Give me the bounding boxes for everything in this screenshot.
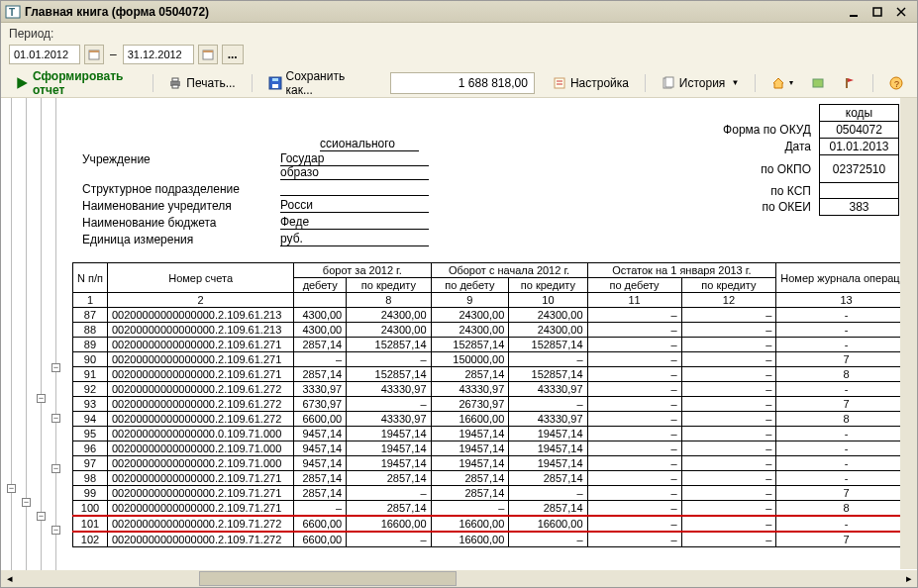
period-label: Период: xyxy=(9,27,53,41)
date-dash: – xyxy=(110,48,117,61)
unit-label: Единица измерения xyxy=(82,233,280,246)
table-row[interactable]: 8900200000000000000.2.109.61.2712857,141… xyxy=(73,338,917,352)
table-row[interactable]: 10200200000000000000.2.109.71.2726600,00… xyxy=(73,532,917,547)
minimize-button[interactable] xyxy=(846,3,866,21)
svg-rect-3 xyxy=(873,8,881,16)
table-row[interactable]: 9400200000000000000.2.109.61.2726600,004… xyxy=(73,412,917,427)
close-button[interactable] xyxy=(893,3,913,21)
svg-rect-7 xyxy=(89,50,99,52)
svg-text:T: T xyxy=(9,7,15,18)
amount-display[interactable]: 1 688 818,00 xyxy=(390,72,535,94)
title-bar: T Главная книга (форма 0504072) xyxy=(1,1,917,23)
table-row[interactable]: 10000200000000000000.2.109.71.271–2857,1… xyxy=(73,501,917,517)
outline-gutter: − − − − − − − − xyxy=(1,98,72,586)
svg-rect-9 xyxy=(203,50,213,52)
svg-rect-15 xyxy=(272,84,278,88)
institution-label: Учреждение xyxy=(82,152,280,166)
svg-marker-10 xyxy=(17,77,27,89)
subdiv-label: Структурное подразделение xyxy=(82,182,280,196)
window-title: Главная книга (форма 0504072) xyxy=(25,5,209,19)
table-row[interactable]: 8700200000000000000.2.109.61.2134300,002… xyxy=(73,308,917,323)
svg-marker-22 xyxy=(773,78,783,88)
budget-label: Наименование бюджета xyxy=(82,216,280,230)
form-report-button[interactable]: Сформировать отчет xyxy=(9,72,143,94)
settings-icon xyxy=(553,76,566,90)
period-more-button[interactable]: ... xyxy=(222,45,244,64)
calendar-to-button[interactable] xyxy=(198,45,218,64)
svg-text:?: ? xyxy=(894,79,899,89)
maximize-button[interactable] xyxy=(869,3,889,21)
help-icon: ? xyxy=(889,76,903,90)
outline-toggle[interactable]: − xyxy=(22,498,31,507)
founder-label: Наименование учредителя xyxy=(82,199,280,213)
svg-marker-25 xyxy=(848,78,854,82)
table-row[interactable]: 9000200000000000000.2.109.61.271––150000… xyxy=(73,352,917,367)
date-from-input[interactable]: 01.01.2012 xyxy=(9,45,80,64)
outline-toggle[interactable]: − xyxy=(51,363,60,372)
table-row[interactable]: 9200200000000000000.2.109.61.2723330,974… xyxy=(73,382,917,397)
app-icon: T xyxy=(5,4,21,20)
scroll-left-button[interactable]: ◂ xyxy=(1,570,18,587)
outline-toggle[interactable]: − xyxy=(37,512,46,521)
outline-toggle[interactable]: − xyxy=(51,526,60,535)
svg-rect-13 xyxy=(172,85,178,88)
table-row[interactable]: 9100200000000000000.2.109.61.2712857,141… xyxy=(73,367,917,382)
data-table: N п/п Номер счета борот за 2012 г. Оборо… xyxy=(72,262,917,547)
calendar-from-button[interactable] xyxy=(84,45,104,64)
codes-table: коды Форма по ОКУД0504072 Дата01.01.2013… xyxy=(715,104,899,216)
table-row[interactable]: 9500200000000000000.0.109.71.0009457,141… xyxy=(73,427,917,441)
svg-rect-24 xyxy=(846,78,848,88)
wrench-icon xyxy=(811,76,825,90)
help-button[interactable]: ? xyxy=(883,72,909,94)
outline-toggle[interactable]: − xyxy=(51,414,60,423)
period-row: Период: xyxy=(1,23,917,45)
save-as-button[interactable]: Сохранить как... xyxy=(262,72,365,94)
home-icon xyxy=(771,76,785,90)
svg-rect-16 xyxy=(272,78,278,81)
vertical-scrollbar[interactable] xyxy=(900,98,917,569)
svg-rect-17 xyxy=(555,78,564,88)
toolbar: Сформировать отчет Печать... Сохранить к… xyxy=(1,68,917,98)
history-icon xyxy=(662,76,675,90)
table-row[interactable]: 9700200000000000000.2.109.71.0009457,141… xyxy=(73,456,917,471)
table-row[interactable]: 9900200000000000000.2.109.71.2712857,14–… xyxy=(73,486,917,501)
outline-toggle[interactable]: − xyxy=(51,464,60,473)
table-row[interactable]: 9800200000000000000.2.109.71.2712857,142… xyxy=(73,471,917,486)
horizontal-scrollbar[interactable]: ◂ ▸ xyxy=(1,570,917,587)
scroll-right-button[interactable]: ▸ xyxy=(900,570,917,587)
table-row[interactable]: 10100200000000000000.2.109.71.2726600,00… xyxy=(73,516,917,532)
svg-rect-12 xyxy=(172,78,178,81)
report-area: − − − − − − − − коды Форма по ОКУД050407… xyxy=(1,98,917,586)
history-button[interactable]: История ▼ xyxy=(656,72,745,94)
table-row[interactable]: 9600200000000000000.2.109.71.0009457,141… xyxy=(73,441,917,456)
diskette-icon xyxy=(268,76,282,90)
table-row[interactable]: 8800200000000000000.2.109.61.2134300,002… xyxy=(73,323,917,338)
printer-icon xyxy=(168,76,182,90)
svg-rect-23 xyxy=(813,79,823,87)
print-button[interactable]: Печать... xyxy=(162,72,241,94)
play-icon xyxy=(15,76,29,90)
tool-home-button[interactable]: ▾ xyxy=(765,72,799,94)
settings-button[interactable]: Настройка xyxy=(547,72,635,94)
outline-toggle[interactable]: − xyxy=(7,484,16,493)
table-row[interactable]: 9300200000000000000.2.109.61.2726730,97–… xyxy=(73,397,917,412)
report-header: коды Форма по ОКУД0504072 Дата01.01.2013… xyxy=(72,98,917,256)
tool-config-button[interactable] xyxy=(805,72,831,94)
report-body: коды Форма по ОКУД0504072 Дата01.01.2013… xyxy=(72,98,917,586)
date-to-input[interactable]: 31.12.2012 xyxy=(123,45,194,64)
outline-toggle[interactable]: − xyxy=(37,394,46,403)
flag-icon xyxy=(843,76,857,90)
scroll-thumb[interactable] xyxy=(199,571,457,586)
svg-rect-21 xyxy=(665,77,673,87)
tool-star-button[interactable] xyxy=(837,72,863,94)
